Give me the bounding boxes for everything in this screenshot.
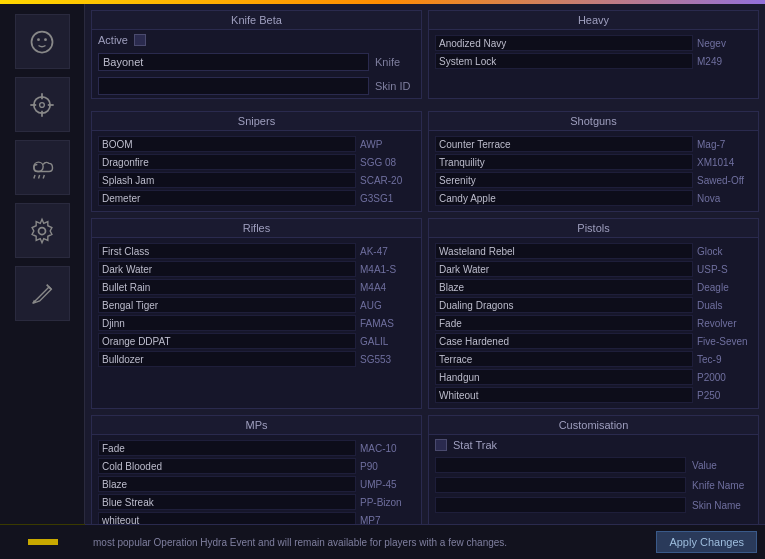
weapon-name-input[interactable] xyxy=(98,458,356,474)
table-row: Tec-9 xyxy=(433,350,754,368)
skin-id-row: Skin ID xyxy=(92,74,421,98)
table-row: Five-Seven xyxy=(433,332,754,350)
svg-line-12 xyxy=(43,175,44,179)
knife-bayonet-row: Knife xyxy=(92,50,421,74)
weapon-name-input[interactable] xyxy=(435,279,693,295)
mps-title: MPs xyxy=(92,416,421,435)
sidebar-weather-icon[interactable] xyxy=(15,140,70,195)
svg-point-13 xyxy=(39,227,46,234)
bottom-text: most popular Operation Hydra Event and w… xyxy=(93,536,648,549)
sidebar-crosshair-icon[interactable] xyxy=(15,77,70,132)
weapon-type-label: FAMAS xyxy=(360,318,415,329)
left-sidebar xyxy=(0,4,85,559)
weapon-name-input[interactable] xyxy=(98,172,356,188)
weapon-type-label: AWP xyxy=(360,139,415,150)
table-row: MAC-10 xyxy=(96,439,417,457)
weapon-name-input[interactable] xyxy=(435,333,693,349)
weapon-name-input[interactable] xyxy=(435,351,693,367)
heavy-title: Heavy xyxy=(429,11,758,30)
weapon-name-input[interactable] xyxy=(98,154,356,170)
weapon-name-input[interactable] xyxy=(98,333,356,349)
weapon-name-input[interactable] xyxy=(98,190,356,206)
stat-trak-checkbox[interactable] xyxy=(435,439,447,451)
weapon-name-input[interactable] xyxy=(98,494,356,510)
table-row: UMP-45 xyxy=(96,475,417,493)
custom-skin-name-label: Skin Name xyxy=(692,500,752,511)
weapon-name-input[interactable] xyxy=(98,476,356,492)
weapon-type-label: GALIL xyxy=(360,336,415,347)
stat-trak-row: Stat Trak xyxy=(429,435,758,455)
weapon-name-input[interactable] xyxy=(435,315,693,331)
heavy-weapon-grid: Negev M249 xyxy=(429,30,758,74)
weapon-name-input[interactable] xyxy=(98,279,356,295)
main-content: Knife Beta Active Knife Skin ID Heavy xyxy=(85,4,765,559)
snipers-shotguns-row: Snipers AWP SGG 08 SCAR-20 xyxy=(91,111,759,212)
table-row: AUG xyxy=(96,296,417,314)
weapon-name-input[interactable] xyxy=(98,351,356,367)
table-row: Nova xyxy=(433,189,754,207)
weapon-name-input[interactable] xyxy=(98,315,356,331)
custom-value-row: Value xyxy=(429,455,758,475)
weapon-name-input[interactable] xyxy=(98,297,356,313)
table-row: SGG 08 xyxy=(96,153,417,171)
weapon-name-input[interactable] xyxy=(98,440,356,456)
weapon-type-label: AK-47 xyxy=(360,246,415,257)
weapon-name-input[interactable] xyxy=(435,261,693,277)
weapon-type-label: Tec-9 xyxy=(697,354,752,365)
weapon-type-label: UMP-45 xyxy=(360,479,415,490)
weapon-name-input[interactable] xyxy=(435,136,693,152)
table-row: P2000 xyxy=(433,368,754,386)
rifles-pistols-row: Rifles AK-47 M4A1-S M4A4 xyxy=(91,218,759,409)
table-row: Negev xyxy=(433,34,754,52)
custom-value-bar xyxy=(435,457,686,473)
apply-changes-button[interactable]: Apply Changes xyxy=(656,531,757,553)
table-row: P250 xyxy=(433,386,754,404)
custom-value-label: Value xyxy=(692,460,752,471)
weapon-type-label: Five-Seven xyxy=(697,336,752,347)
custom-knife-name-row: Knife Name xyxy=(429,475,758,495)
custom-knife-name-label: Knife Name xyxy=(692,480,752,491)
weapon-name-input[interactable] xyxy=(98,136,356,152)
heavy-panel: Heavy Negev M249 xyxy=(428,10,759,99)
sidebar-settings-icon[interactable] xyxy=(15,203,70,258)
sidebar-face-icon[interactable] xyxy=(15,14,70,69)
table-row: AWP xyxy=(96,135,417,153)
weapon-name-input[interactable] xyxy=(435,35,693,51)
knife-type-label: Knife xyxy=(375,56,415,68)
svg-point-1 xyxy=(37,38,40,41)
weapon-name-input[interactable] xyxy=(435,172,693,188)
table-row: Duals xyxy=(433,296,754,314)
svg-line-11 xyxy=(39,175,40,179)
weapon-name-input[interactable] xyxy=(98,243,356,259)
weapon-name-input[interactable] xyxy=(435,243,693,259)
weapon-type-label: Nova xyxy=(697,193,752,204)
table-row: SCAR-20 xyxy=(96,171,417,189)
table-row: Glock xyxy=(433,242,754,260)
main-grid: Knife Beta Active Knife Skin ID Heavy xyxy=(91,10,759,559)
sidebar-pen-icon[interactable] xyxy=(15,266,70,321)
weapon-type-label: PP-Bizon xyxy=(360,497,415,508)
weapon-name-input[interactable] xyxy=(435,190,693,206)
weapon-type-label: P250 xyxy=(697,390,752,401)
bottom-bar: most popular Operation Hydra Event and w… xyxy=(85,524,765,559)
weapon-name-input[interactable] xyxy=(435,387,693,403)
knife-active-checkbox[interactable] xyxy=(134,34,146,46)
weapon-type-label: SG553 xyxy=(360,354,415,365)
weapon-name-input[interactable] xyxy=(435,53,693,69)
weapon-name-input[interactable] xyxy=(435,154,693,170)
knife-name-input[interactable] xyxy=(98,53,369,71)
weapon-type-label: Sawed-Off xyxy=(697,175,752,186)
table-row: Sawed-Off xyxy=(433,171,754,189)
weapon-type-label: Revolver xyxy=(697,318,752,329)
weapon-name-input[interactable] xyxy=(98,261,356,277)
weapon-name-input[interactable] xyxy=(435,297,693,313)
weapon-type-label: Duals xyxy=(697,300,752,311)
svg-point-2 xyxy=(44,38,47,41)
weapon-name-input[interactable] xyxy=(435,369,693,385)
custom-skin-name-row: Skin Name xyxy=(429,495,758,515)
shotguns-panel: Shotguns Mag-7 XM1014 Sawed-Off xyxy=(428,111,759,212)
shotguns-title: Shotguns xyxy=(429,112,758,131)
weapon-type-label: G3SG1 xyxy=(360,193,415,204)
table-row: PP-Bizon xyxy=(96,493,417,511)
table-row: M249 xyxy=(433,52,754,70)
